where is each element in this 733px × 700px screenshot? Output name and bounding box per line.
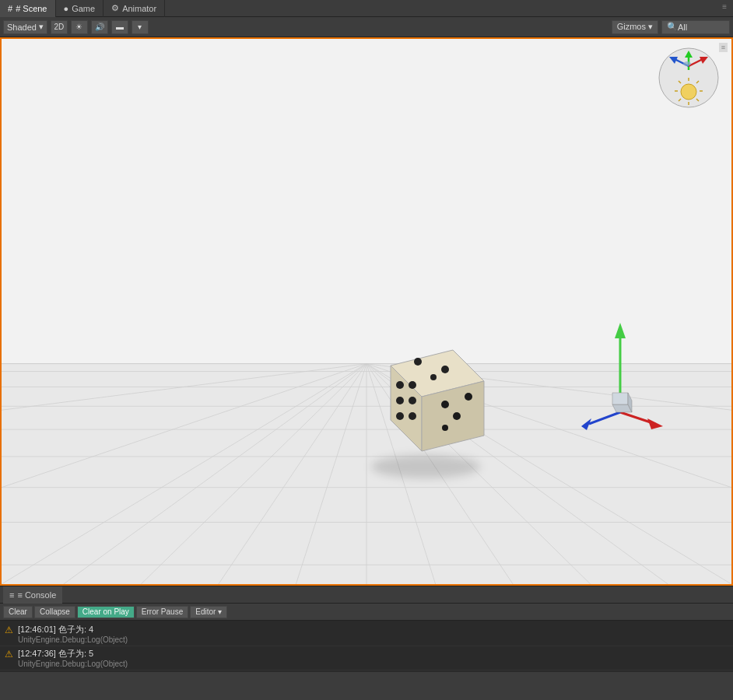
svg-point-68 bbox=[683, 61, 691, 66]
clear-on-play-label: Clear on Play bbox=[82, 607, 129, 616]
console-icon-hash: ≡ bbox=[9, 590, 14, 600]
tab-animator[interactable]: ⚙ Animator bbox=[103, 0, 165, 17]
svg-point-32 bbox=[409, 397, 416, 404]
gizmos-label: Gizmos ▾ bbox=[617, 22, 653, 32]
2d-label: 2D bbox=[54, 23, 65, 31]
editor-dropdown[interactable]: Editor ▾ bbox=[190, 606, 227, 618]
effects-icon: ▾ bbox=[138, 23, 142, 31]
warning-icon-2: ⚠ bbox=[5, 649, 13, 660]
svg-marker-46 bbox=[647, 418, 663, 429]
warning-icon-1: ⚠ bbox=[5, 625, 13, 635]
console-entry-2[interactable]: ⚠ [12:47:36] 色子为: 5 UnityEngine.Debug:Lo… bbox=[0, 646, 733, 670]
shading-dropdown[interactable]: Shaded ▾ bbox=[3, 20, 47, 34]
shading-label: Shaded bbox=[7, 23, 37, 32]
chevron-down-icon: ▾ bbox=[39, 22, 44, 32]
clear-button[interactable]: Clear bbox=[3, 606, 33, 618]
search-input[interactable] bbox=[678, 23, 724, 32]
display-icon: ▬ bbox=[116, 23, 124, 31]
transform-gizmo bbox=[570, 303, 671, 443]
gear-icon: ⚙ bbox=[111, 3, 119, 13]
tab-scene-label: # Scene bbox=[16, 4, 47, 13]
error-pause-button[interactable]: Error Pause bbox=[136, 606, 188, 618]
console-tab-bar: ≡ ≡ Console bbox=[0, 586, 733, 604]
effects-button[interactable]: ▾ bbox=[132, 20, 149, 34]
console-toolbar: Clear Collapse Clear on Play Error Pause… bbox=[0, 604, 733, 621]
svg-point-35 bbox=[414, 358, 422, 366]
error-pause-label: Error Pause bbox=[142, 607, 183, 616]
2d-toggle[interactable]: 2D bbox=[51, 20, 68, 34]
svg-marker-50 bbox=[612, 393, 628, 404]
viewport-corner-label: ≡ bbox=[719, 43, 728, 52]
svg-point-53 bbox=[681, 84, 696, 100]
svg-point-40 bbox=[453, 412, 461, 420]
svg-point-37 bbox=[430, 374, 437, 380]
tab-game-label: Game bbox=[72, 4, 95, 13]
hash-icon: # bbox=[8, 4, 12, 13]
audio-button[interactable]: 🔊 bbox=[91, 20, 108, 34]
editor-label: Editor ▾ bbox=[195, 607, 222, 616]
scene-toolbar: Shaded ▾ 2D ☀ 🔊 ▬ ▾ Gizmos ▾ 🔍 bbox=[0, 17, 733, 37]
console-entry-1[interactable]: ⚠ [12:46:01] 色子为: 4 UnityEngine.Debug:Lo… bbox=[0, 622, 733, 646]
console-panel: ≡ ≡ Console Clear Collapse Clear on Play… bbox=[0, 586, 733, 671]
console-tab-label: ≡ Console bbox=[17, 590, 56, 600]
tab-game[interactable]: ● Game bbox=[56, 0, 104, 17]
search-magnifier-icon: 🔍 bbox=[667, 22, 678, 32]
console-message-1: [12:46:01] 色子为: 4 bbox=[18, 624, 128, 635]
svg-point-39 bbox=[465, 393, 472, 401]
speaker-icon: 🔊 bbox=[95, 23, 104, 31]
console-text-1: [12:46:01] 色子为: 4 UnityEngine.Debug:Log(… bbox=[18, 624, 128, 644]
collapse-label: Collapse bbox=[40, 607, 70, 616]
tab-animator-label: Animator bbox=[122, 4, 156, 13]
svg-point-31 bbox=[396, 397, 404, 404]
tab-scene[interactable]: # # Scene bbox=[0, 0, 56, 17]
console-stack-2: UnityEngine.Debug:Log(Object) bbox=[18, 660, 128, 668]
orientation-gizmo bbox=[658, 47, 720, 109]
dice-object bbox=[359, 342, 496, 467]
clear-label: Clear bbox=[9, 607, 27, 616]
svg-point-30 bbox=[409, 381, 416, 389]
circle-icon: ● bbox=[64, 4, 69, 13]
lighting-button[interactable]: ☀ bbox=[71, 20, 88, 34]
display-button[interactable]: ▬ bbox=[111, 20, 128, 34]
search-box: 🔍 bbox=[661, 20, 730, 34]
scene-viewport[interactable]: ≡ bbox=[0, 37, 733, 586]
svg-point-29 bbox=[396, 381, 404, 389]
gizmos-button[interactable]: Gizmos ▾ bbox=[612, 20, 658, 34]
tab-console[interactable]: ≡ ≡ Console bbox=[3, 586, 62, 604]
collapse-button[interactable]: Collapse bbox=[34, 606, 75, 618]
tab-drag-handle: ≡ bbox=[722, 2, 727, 11]
console-stack-1: UnityEngine.Debug:Log(Object) bbox=[18, 635, 128, 644]
console-message-2: [12:47:36] 色子为: 5 bbox=[18, 648, 128, 660]
svg-point-36 bbox=[441, 366, 449, 373]
clear-on-play-button[interactable]: Clear on Play bbox=[77, 606, 135, 618]
svg-point-34 bbox=[409, 412, 416, 420]
svg-line-47 bbox=[589, 412, 620, 424]
svg-point-41 bbox=[442, 425, 448, 431]
sun-icon: ☀ bbox=[75, 23, 82, 31]
tab-bar: # # Scene ● Game ⚙ Animator ≡ bbox=[0, 0, 733, 17]
svg-point-33 bbox=[396, 412, 404, 420]
console-text-2: [12:47:36] 色子为: 5 UnityEngine.Debug:Log(… bbox=[18, 648, 128, 668]
svg-point-38 bbox=[441, 401, 449, 408]
console-content: ⚠ [12:46:01] 色子为: 4 UnityEngine.Debug:Lo… bbox=[0, 621, 733, 672]
svg-marker-44 bbox=[615, 323, 626, 338]
